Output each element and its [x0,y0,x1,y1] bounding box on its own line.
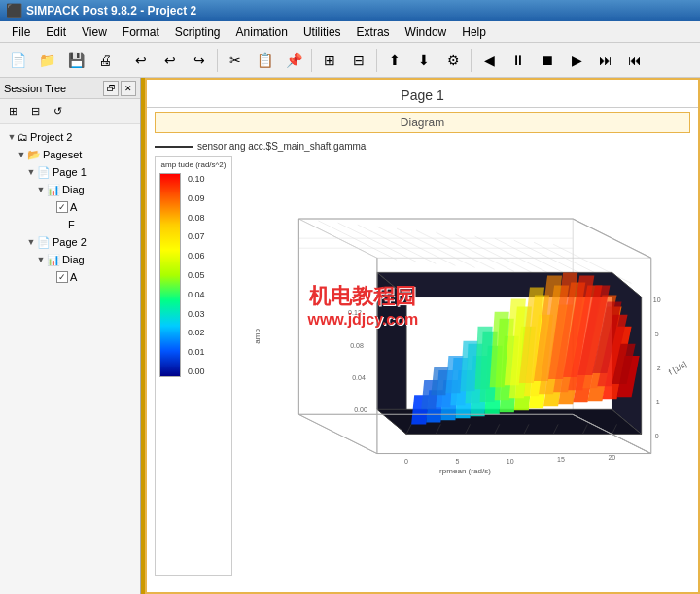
project2-label: Project 2 [30,131,72,143]
svg-text:5: 5 [655,331,659,337]
open-button[interactable]: 📁 [33,47,60,74]
tree-node-diag1[interactable]: ▼ 📊 Diag [2,181,138,198]
skip-end-button[interactable]: ⏭ [592,47,619,74]
svg-text:20: 20 [608,454,615,461]
menu-edit[interactable]: Edit [38,23,74,41]
play-fwd-button[interactable]: ▶ [563,47,590,74]
page2-icon: 📄 [37,236,51,249]
title-bar: ⬛ SIMPACK Post 9.8.2 - Project 2 [0,0,700,21]
expander-page1: ▼ [25,167,37,177]
checkbox-a2[interactable] [56,271,68,283]
pause-button[interactable]: ⏸ [505,47,532,74]
diag1-label: Diag [62,184,85,195]
svg-marker-55 [475,327,493,389]
menu-utilities[interactable]: Utilities [296,23,349,41]
menu-file[interactable]: File [4,23,38,41]
page1-icon: 📄 [37,166,51,179]
diagram-label: Diagram [155,112,690,133]
play-back-button[interactable]: ◀ [475,47,503,74]
right-panel: Page 1 Diagram sensor ang acc.$S_main_sh… [145,78,700,594]
session-tree-header: Session Tree 🗗 ✕ [0,78,140,99]
tree-node-a1[interactable]: A [2,198,138,216]
colorscale-labels: 0.10 0.09 0.08 0.07 0.06 0.05 0.04 0.03 … [185,173,208,377]
svg-text:10: 10 [507,458,514,465]
pageset-icon: 📂 [27,149,41,161]
f-label: F [68,219,75,230]
menu-format[interactable]: Format [115,23,167,41]
stop-button[interactable]: ⏹ [534,47,561,74]
a1-label: A [70,201,77,213]
copy-button[interactable]: 📋 [251,47,278,74]
chart-area: sensor ang acc.$S_main_shaft.gamma amp t… [147,137,698,592]
tree-expand-button[interactable]: ⊞ [2,102,23,122]
menu-help[interactable]: Help [454,23,494,41]
tree-node-f[interactable]: F [2,216,138,233]
expander-project2: ▼ [6,132,18,142]
page2-label: Page 2 [52,236,87,248]
zoom-button[interactable]: ⊞ [316,47,343,74]
menu-window[interactable]: Window [398,23,455,41]
tree-node-diag2[interactable]: ▼ 📊 Diag [2,251,138,268]
a2-label: A [70,271,77,283]
svg-text:0.12: 0.12 [348,309,362,316]
svg-line-5 [338,223,417,262]
checkbox-a1[interactable] [56,201,68,213]
svg-text:0.04: 0.04 [352,374,366,381]
menu-extras[interactable]: Extras [349,23,398,41]
toolbar: 📄 📁 💾 🖨 ↩ ↩ ↪ ✂ 📋 📌 ⊞ ⊟ ⬆ ⬇ ⚙ ◀ ⏸ ⏹ ▶ ⏭ … [0,43,700,78]
tree-node-project2[interactable]: ▼ 🗂 Project 2 [2,128,138,146]
cut-button[interactable]: ✂ [222,47,249,74]
undo2-button[interactable]: ↩ [157,47,184,74]
paste-button[interactable]: 📌 [280,47,307,74]
settings-button[interactable]: ⚙ [439,47,467,74]
left-panel: Session Tree 🗗 ✕ ⊞ ⊟ ↺ ▼ 🗂 Project 2 ▼ [0,78,141,594]
tree-node-page2[interactable]: ▼ 📄 Page 2 [2,233,138,251]
undo-button[interactable]: ↩ [127,47,155,74]
header-icons: 🗗 ✕ [103,81,136,96]
tree-node-pageset[interactable]: ▼ 📂 Pageset [2,146,138,163]
window-title: SIMPACK Post 9.8.2 - Project 2 [26,4,196,17]
pageset-label: Pageset [43,149,82,160]
session-tree-content: ▼ 🗂 Project 2 ▼ 📂 Pageset ▼ 📄 Page 1 [0,124,140,594]
redo-button[interactable]: ↪ [186,47,213,74]
close-icon[interactable]: ✕ [121,81,136,96]
float-icon[interactable]: 🗗 [103,81,119,96]
toolbar-sep-5 [471,49,472,72]
tree-refresh-button[interactable]: ↺ [47,102,68,122]
svg-line-11 [455,234,534,273]
svg-text:1: 1 [656,399,660,405]
new-button[interactable]: 📄 [4,47,31,74]
toolbar-sep-2 [217,49,218,72]
session-tree-toolbar: ⊞ ⊟ ↺ [0,99,140,124]
tree-collapse-button[interactable]: ⊟ [24,102,46,122]
toolbar-sep-3 [311,49,312,72]
chart-3d-area: 机电教程园 www.jdjcy.com [240,156,690,576]
tree-node-a2[interactable]: A [2,268,138,286]
table-button[interactable]: ⊟ [345,47,372,74]
menu-animation[interactable]: Animation [228,23,296,41]
colorscale-bar [159,173,181,377]
svg-marker-2 [298,219,377,454]
menu-view[interactable]: View [74,23,115,41]
save-button[interactable]: 💾 [62,47,89,74]
svg-text:15: 15 [557,456,565,463]
svg-line-12 [475,236,554,275]
svg-text:0.00: 0.00 [354,406,368,413]
import-button[interactable]: ⬇ [410,47,438,74]
skip-back-button[interactable]: ⏮ [621,47,648,74]
svg-text:rpmean (rad/s): rpmean (rad/s) [439,467,491,475]
menu-scripting[interactable]: Scripting [167,23,228,41]
toolbar-sep-1 [122,49,123,72]
svg-text:2: 2 [657,365,661,371]
print-button[interactable]: 🖨 [91,47,119,74]
diag2-label: Diag [62,254,85,265]
project-icon: 🗂 [18,131,28,143]
page1-label: Page 1 [52,166,87,178]
svg-line-7 [377,227,456,265]
svg-line-4 [319,221,398,260]
svg-text:0: 0 [404,458,408,465]
toolbar-sep-4 [376,49,377,72]
export-button[interactable]: ⬆ [381,47,408,74]
tree-node-page1[interactable]: ▼ 📄 Page 1 [2,163,138,181]
app-icon: ⬛ [6,3,22,18]
